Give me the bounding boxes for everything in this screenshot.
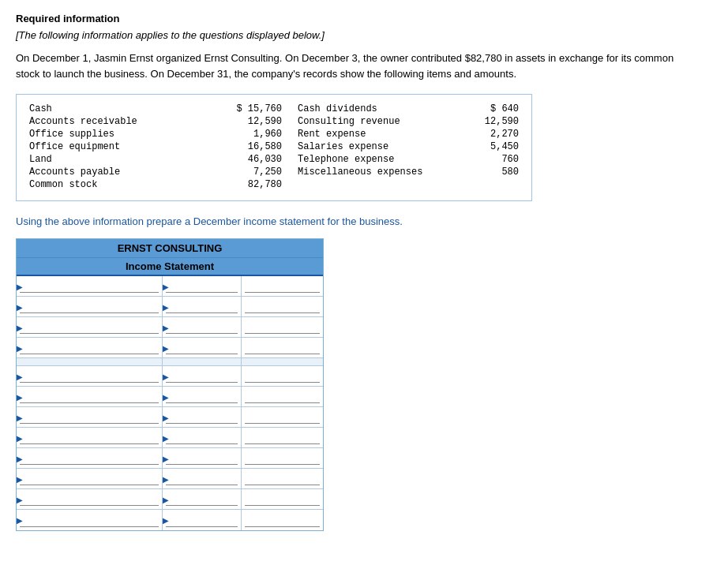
arrow-icon: ▶ (163, 323, 169, 331)
cell-label-7: ▶ (17, 407, 163, 427)
income-row-12: ▶ ▶ (17, 510, 323, 530)
cell-right-3 (242, 317, 323, 337)
cell-right-6 (242, 387, 323, 406)
italic-note: [The following information applies to th… (16, 29, 712, 41)
cell-right-7 (242, 407, 323, 427)
input-label-4[interactable] (20, 341, 159, 354)
cell-right-10 (242, 469, 323, 488)
arrow-icon: ▶ (163, 495, 169, 503)
input-mid-4[interactable] (166, 341, 238, 354)
income-statement-table: ERNST CONSULTING Income Statement ▶ ▶ ▶ (16, 238, 324, 531)
cell-right-9 (242, 448, 323, 468)
cell-label-1: ▶ (17, 276, 163, 296)
input-mid-6[interactable] (166, 390, 238, 403)
cell-label-9: ▶ (17, 448, 163, 468)
sep-cell (242, 358, 323, 365)
arrow-icon: ▶ (163, 413, 169, 421)
input-label-8[interactable] (20, 431, 159, 444)
input-mid-10[interactable] (166, 472, 238, 485)
data-row: Consulting revenue 12,590 (298, 115, 519, 128)
arrow-icon: ▶ (17, 372, 23, 380)
input-label-5[interactable] (20, 369, 159, 383)
arrow-icon: ▶ (17, 495, 23, 503)
arrow-icon: ▶ (163, 372, 169, 380)
input-label-11[interactable] (20, 492, 159, 506)
input-right-1[interactable] (245, 279, 320, 293)
input-mid-8[interactable] (166, 431, 238, 444)
input-label-3[interactable] (20, 320, 159, 334)
cell-label-10: ▶ (17, 469, 163, 488)
input-label-12[interactable] (20, 513, 159, 527)
input-mid-1[interactable] (166, 279, 238, 293)
data-row: Cash $ 15,760 (29, 103, 282, 115)
input-mid-12[interactable] (166, 513, 238, 527)
data-value: 12,590 (235, 116, 282, 127)
cell-mid-6: ▶ (163, 387, 242, 406)
cell-label-11: ▶ (17, 489, 163, 509)
arrow-icon: ▶ (17, 433, 23, 442)
data-row: Rent expense 2,270 (298, 128, 519, 140)
cell-right-4 (242, 338, 323, 357)
data-label: Telephone expense (298, 154, 394, 165)
cell-right-1 (242, 276, 323, 296)
data-value: $ 15,760 (235, 103, 282, 114)
input-right-12[interactable] (245, 513, 320, 527)
data-row: Telephone expense 760 (298, 153, 519, 166)
input-mid-11[interactable] (166, 492, 238, 506)
input-right-8[interactable] (245, 431, 320, 444)
input-right-11[interactable] (245, 492, 320, 506)
input-mid-5[interactable] (166, 369, 238, 383)
sep-cell (17, 358, 163, 365)
input-label-2[interactable] (20, 300, 159, 313)
data-label: Office supplies (29, 129, 114, 140)
using-text: Using the above information prepare a De… (16, 215, 712, 227)
input-mid-3[interactable] (166, 320, 238, 334)
input-mid-2[interactable] (166, 300, 238, 313)
income-statement-title: Income Statement (17, 258, 323, 276)
input-label-10[interactable] (20, 472, 159, 485)
data-value: 760 (471, 154, 519, 165)
cell-label-4: ▶ (17, 338, 163, 357)
for-business-link[interactable]: for the business (328, 215, 400, 227)
input-mid-9[interactable] (166, 451, 238, 465)
arrow-icon: ▶ (163, 343, 169, 352)
input-right-10[interactable] (245, 472, 320, 485)
data-row: Office equipment 16,580 (29, 140, 282, 153)
income-row-9: ▶ ▶ (17, 448, 323, 469)
input-label-7[interactable] (20, 410, 159, 424)
input-right-9[interactable] (245, 451, 320, 465)
cell-right-5 (242, 366, 323, 386)
arrow-icon: ▶ (17, 392, 23, 401)
data-row: Accounts receivable 12,590 (29, 115, 282, 128)
data-value: 46,030 (235, 154, 282, 165)
cell-mid-5: ▶ (163, 366, 242, 386)
input-mid-7[interactable] (166, 410, 238, 424)
arrow-icon: ▶ (163, 392, 169, 401)
cell-mid-12: ▶ (163, 510, 242, 530)
data-value: 7,250 (235, 167, 282, 178)
right-data-col: Cash dividends $ 640 Consulting revenue … (298, 103, 519, 191)
using-text-before: Using the above information prepare a De… (16, 215, 328, 227)
input-right-3[interactable] (245, 320, 320, 334)
arrow-icon: ▶ (17, 516, 23, 525)
income-row-3: ▶ ▶ (17, 317, 323, 338)
input-right-2[interactable] (245, 300, 320, 313)
input-label-9[interactable] (20, 451, 159, 465)
cell-right-2 (242, 297, 323, 316)
cell-label-12: ▶ (17, 510, 163, 530)
input-label-1[interactable] (20, 279, 159, 293)
arrow-icon: ▶ (163, 454, 169, 462)
input-right-7[interactable] (245, 410, 320, 424)
cell-right-12 (242, 510, 323, 530)
input-right-6[interactable] (245, 390, 320, 403)
input-right-5[interactable] (245, 369, 320, 383)
left-data-col: Cash $ 15,760 Accounts receivable 12,590… (29, 103, 282, 191)
input-right-4[interactable] (245, 341, 320, 354)
cell-mid-4: ▶ (163, 338, 242, 357)
income-row-11: ▶ ▶ (17, 489, 323, 510)
arrow-icon: ▶ (163, 516, 169, 525)
financial-data-box: Cash $ 15,760 Accounts receivable 12,590… (16, 94, 532, 201)
cell-mid-9: ▶ (163, 448, 242, 468)
arrow-icon: ▶ (163, 302, 169, 311)
input-label-6[interactable] (20, 390, 159, 403)
